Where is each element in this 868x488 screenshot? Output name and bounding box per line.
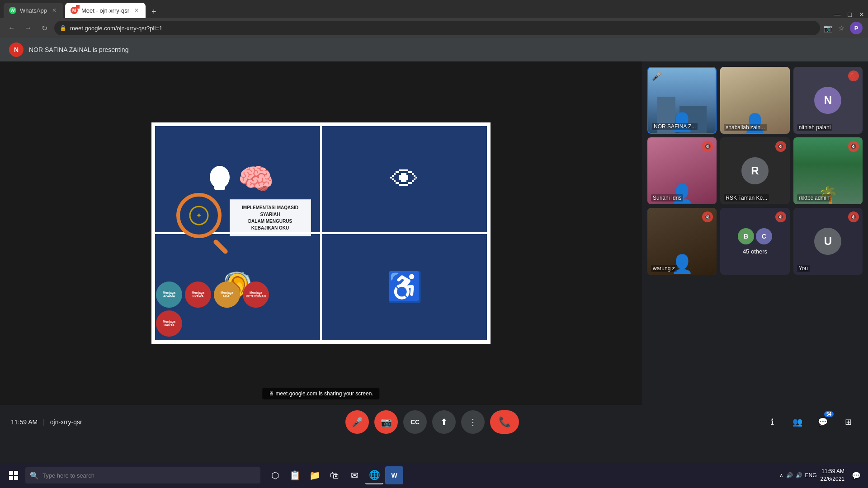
action-center-icon: 💬 <box>852 471 861 480</box>
rsk-avatar-circle: R <box>741 157 769 184</box>
security-icon: 🔒 <box>60 25 66 31</box>
screen-sharing-notice: 🖥 meet.google.com is sharing your screen… <box>262 388 379 399</box>
taskbar-search[interactable]: 🔍 Type here to search <box>25 467 260 483</box>
wheelchair-icon: ♿ <box>387 270 423 304</box>
tray-network[interactable]: 🔊 <box>786 472 793 479</box>
more-icon: ⋮ <box>468 417 477 427</box>
participant-tile-nithiah: 🚫 N nithiah palani <box>793 67 863 134</box>
new-tab-button[interactable]: + <box>147 5 160 18</box>
system-clock[interactable]: 11:59 AM 22/6/2021 <box>821 468 844 483</box>
participant-tile-rkktbc: 🌴 🔇 rkktbc admin <box>793 137 863 204</box>
mute-button[interactable]: 🎤 <box>345 410 369 434</box>
screen-sharing-icon: 🖥 <box>269 390 274 397</box>
mute-icon-others: 🔇 <box>775 211 786 222</box>
meeting-info-button[interactable]: ℹ <box>763 413 781 431</box>
tab-meet[interactable]: M Meet - ojn-xrry-qsr ✕ <box>65 3 146 18</box>
more-options-button[interactable]: ⋮ <box>461 410 485 434</box>
magnifier: ✦ <box>176 193 222 238</box>
circle-keturunan: MenjagaKETURUNAN <box>243 282 269 308</box>
participant-tile-suriani: 👤 🔇 Suriani Idris <box>647 137 717 204</box>
controls-center: 🎤 📷 CC ⬆ ⋮ 📞 <box>345 410 519 434</box>
nithiah-avatar-circle: N <box>814 87 841 114</box>
svg-text:✦: ✦ <box>196 212 202 219</box>
whatsapp-tab-icon: W <box>10 8 14 13</box>
others-avatars: B C <box>738 228 772 244</box>
taskbar-icon-cortana[interactable]: ⬡ <box>266 466 284 484</box>
others-avatar-2: C <box>756 228 772 244</box>
mute-icon-nithiah: 🚫 <box>848 70 859 81</box>
bottom-circles: MenjagaAGAMA MenjagaNYAWA MenjagaAKAL Me… <box>156 282 292 337</box>
others-count: 45 others <box>743 248 767 255</box>
taskbar-icon-mail[interactable]: ✉ <box>345 466 363 484</box>
presenter-avatar: N <box>9 42 24 57</box>
slide-title-box: IMPLEMENTASI MAQASID SYARIAH DALAM MENGU… <box>230 199 311 236</box>
taskbar-icon-store[interactable]: 🛍 <box>326 466 344 484</box>
reload-button[interactable]: ↻ <box>38 22 51 34</box>
action-center-button[interactable]: 💬 <box>848 467 864 483</box>
tray-lang: ENG <box>805 472 817 479</box>
chat-button[interactable]: 💬 54 <box>814 413 832 431</box>
others-avatar-1: B <box>738 228 754 244</box>
presenting-text: NOR SAFINA ZAINAL is presenting <box>29 46 128 53</box>
window-controls: — □ ✕ <box>835 11 864 18</box>
taskbar-icons: ⬡ 📋 📁 🛍 ✉ 🌐 W <box>266 466 403 484</box>
url-text: meet.google.com/ojn-xrry-qsr?pli=1 <box>70 25 162 32</box>
close-button[interactable]: ✕ <box>859 11 864 18</box>
circle-akal: MenjagaAKAL <box>214 282 240 308</box>
slide-cell-eye: 👁 <box>322 126 487 232</box>
meet-tab-close[interactable]: ✕ <box>133 7 140 14</box>
chat-icon: 💬 <box>818 417 828 427</box>
participant-name-you: You <box>797 265 810 272</box>
controls-right: ℹ 👥 💬 54 ⊞ <box>763 413 857 431</box>
forward-button[interactable]: → <box>22 22 34 34</box>
maximize-button[interactable]: □ <box>848 11 852 18</box>
participant-tile-others: 🔇 B C 45 others <box>720 208 789 275</box>
meet-tab-title: Meet - ojn-xrry-qsr <box>81 7 129 14</box>
activities-icon: ⊞ <box>845 417 852 427</box>
whatsapp-tab-close[interactable]: ✕ <box>51 7 58 14</box>
camera-off-icon: 📷 <box>381 417 392 427</box>
tray-volume[interactable]: 🔊 <box>796 472 802 479</box>
participant-tile-shaballah: 👤 shaballah zain... <box>720 67 789 134</box>
taskbar-right: ∧ 🔊 🔊 ENG 11:59 AM 22/6/2021 💬 <box>779 467 864 483</box>
you-avatar-circle: U <box>814 228 841 255</box>
hangup-icon: 📞 <box>499 416 511 428</box>
participant-tile-rsk: 🔇 R RSK Taman Ke... <box>720 137 789 204</box>
taskbar-icon-word[interactable]: W <box>385 466 403 484</box>
head-icon: 🧠 <box>238 162 274 196</box>
taskbar-icon-explorer[interactable]: 📁 <box>306 466 324 484</box>
url-bar[interactable]: 🔒 meet.google.com/ojn-xrry-qsr?pli=1 <box>54 21 820 35</box>
tray-expand[interactable]: ∧ <box>779 472 783 479</box>
speaking-indicator: 🎤 <box>652 71 662 81</box>
participant-name-warung: warung z <box>651 265 677 272</box>
tab-whatsapp[interactable]: W WhatsApp ✕ <box>4 3 63 18</box>
participants-button[interactable]: 👥 <box>788 413 807 431</box>
minimize-button[interactable]: — <box>835 11 841 18</box>
camera-button[interactable]: 📷 <box>374 410 398 434</box>
back-button[interactable]: ← <box>5 22 18 34</box>
browser-chrome: W WhatsApp ✕ M Meet - ojn-xrry-qsr ✕ + —… <box>0 0 868 38</box>
tab-bar: W WhatsApp ✕ M Meet - ojn-xrry-qsr ✕ + —… <box>0 0 868 18</box>
meet-content: 🧠 👁 🦻 ♿ IMPLEMENTASI MAQASID SYAR <box>0 61 868 405</box>
participant-tile-warung: 👤 🔇 warung z <box>647 208 717 275</box>
slide-title-text: IMPLEMENTASI MAQASID SYARIAH DALAM MENGU… <box>237 204 303 231</box>
camera-icon[interactable]: 📷 <box>824 24 833 33</box>
hangup-button[interactable]: 📞 <box>490 410 519 434</box>
clock-date: 22/6/2021 <box>821 475 844 483</box>
participant-name-nor-safina: NOR SAFINA Z... <box>652 123 698 130</box>
start-button[interactable] <box>4 465 24 485</box>
participant-tile-nor-safina: 👤 🎤 NOR SAFINA Z... <box>647 67 717 134</box>
meeting-divider: | <box>43 418 45 426</box>
presentation-frame: 🧠 👁 🦻 ♿ IMPLEMENTASI MAQASID SYAR <box>151 122 491 344</box>
taskbar-icon-taskview[interactable]: 📋 <box>286 466 304 484</box>
bookmark-icon[interactable]: ☆ <box>838 24 844 33</box>
taskbar-icon-chrome[interactable]: 🌐 <box>365 466 383 484</box>
participant-name-suriani: Suriani Idris <box>651 194 683 202</box>
mute-icon-you: 🔇 <box>848 211 859 222</box>
present-button[interactable]: ⬆ <box>432 410 456 434</box>
activities-button[interactable]: ⊞ <box>839 413 857 431</box>
slide-content: 🧠 👁 🦻 ♿ IMPLEMENTASI MAQASID SYAR <box>151 122 491 344</box>
captions-button[interactable]: CC <box>403 410 427 434</box>
profile-button[interactable]: P <box>850 22 863 34</box>
circle-nyawa: MenjagaNYAWA <box>185 282 211 308</box>
